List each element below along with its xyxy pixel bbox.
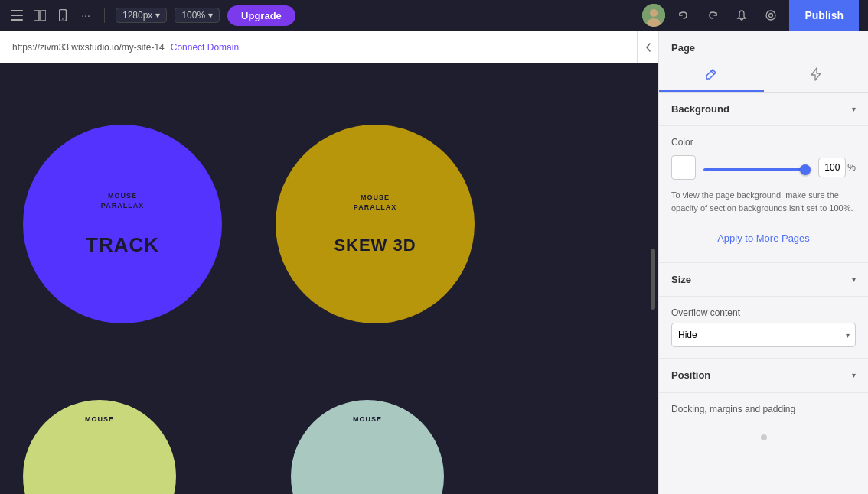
opacity-pct: %	[847, 162, 856, 173]
position-section: Position ▾	[659, 358, 868, 392]
svg-rect-1	[11, 15, 23, 16]
svg-rect-4	[41, 10, 46, 21]
background-header[interactable]: Background ▾	[659, 93, 868, 126]
panel-tabs	[659, 61, 868, 93]
divider-1	[104, 8, 105, 23]
avatar[interactable]	[642, 4, 665, 27]
background-chevron: ▾	[852, 105, 856, 113]
circle-blue-main-label: TRACK	[86, 233, 159, 257]
connect-domain-link[interactable]: Connect Domain	[171, 42, 239, 53]
size-title: Size	[671, 274, 691, 285]
overflow-select[interactable]: Hide	[671, 323, 856, 347]
upgrade-button[interactable]: Upgrade	[227, 5, 295, 26]
docking-dot	[761, 434, 767, 440]
lightning-icon	[810, 67, 822, 84]
scrollbar[interactable]	[651, 249, 655, 310]
circle-blue-small-label: MOUSE PARALLAX	[101, 191, 144, 210]
docking-visual	[671, 422, 856, 453]
circle-yellow: MOUSE PARALLAX SKEW 3D	[276, 125, 475, 323]
background-info: To view the page background, make sure t…	[671, 189, 856, 214]
circle-green-label: MOUSE	[85, 415, 114, 423]
collapse-panel-button[interactable]	[637, 31, 658, 63]
undo-button[interactable]	[673, 5, 694, 26]
size-chevron: ▾	[852, 275, 856, 284]
size-section: Size ▾ Overflow content Hide ▾	[659, 262, 868, 358]
docking-content: Docking, margins and padding	[659, 393, 868, 463]
opacity-value-wrap: 100 %	[818, 158, 856, 177]
docking-label: Docking, margins and padding	[671, 404, 856, 414]
mobile-icon[interactable]	[55, 8, 70, 23]
right-panel: Page B	[658, 31, 868, 494]
page-canvas: MOUSE PARALLAX TRACK MOUSE PARALLAX SKEW…	[0, 63, 658, 494]
resolution-arrow: ▾	[155, 10, 160, 21]
position-header[interactable]: Position ▾	[659, 359, 868, 392]
background-section: Background ▾ Color 100 % To view the pag…	[659, 93, 868, 262]
tab-lightning[interactable]	[764, 61, 869, 92]
preview-icon[interactable]	[760, 5, 782, 26]
docking-section: Docking, margins and padding	[659, 392, 868, 463]
overflow-label: Overflow content	[671, 307, 856, 318]
circle-green: MOUSE	[23, 400, 176, 494]
color-label: Color	[671, 137, 856, 148]
background-title: Background	[671, 103, 729, 115]
topbar: ··· 1280px ▾ 100% ▾ Upgrade	[0, 0, 868, 31]
more-dots: ···	[81, 9, 90, 21]
svg-point-11	[769, 14, 773, 18]
svg-rect-0	[11, 10, 23, 11]
circle-yellow-main-label: SKEW 3D	[334, 236, 416, 255]
publish-button[interactable]: Publish	[789, 0, 859, 31]
circle-teal-label: MOUSE	[353, 415, 382, 423]
svg-rect-3	[34, 10, 39, 21]
redo-button[interactable]	[702, 5, 723, 26]
overflow-select-wrap: Hide ▾	[671, 323, 856, 347]
panel-title: Page	[671, 42, 856, 54]
tab-design[interactable]	[659, 61, 764, 92]
background-content: Color 100 % To view the page background,…	[659, 126, 868, 262]
url-display: https://zivm33.wixstudio.io/my-site-14	[12, 42, 165, 53]
svg-point-10	[766, 11, 775, 20]
circle-blue: MOUSE PARALLAX TRACK	[23, 125, 222, 323]
resolution-selector[interactable]: 1280px ▾	[116, 8, 167, 23]
address-row: https://zivm33.wixstudio.io/my-site-14 C…	[0, 31, 658, 63]
panel-icon[interactable]	[32, 8, 47, 23]
svg-point-6	[62, 18, 64, 20]
position-chevron: ▾	[852, 371, 856, 379]
notifications-icon[interactable]	[731, 5, 752, 26]
apply-more-pages-button[interactable]: Apply to More Pages	[671, 225, 856, 252]
opacity-slider-wrap	[703, 161, 811, 174]
color-swatch[interactable]	[671, 155, 696, 180]
size-header[interactable]: Size ▾	[659, 263, 868, 297]
svg-point-8	[650, 9, 658, 17]
opacity-input[interactable]: 100	[818, 158, 846, 177]
design-icon	[704, 67, 718, 84]
circle-teal: MOUSE	[291, 400, 444, 494]
main-layout: https://zivm33.wixstudio.io/my-site-14 C…	[0, 31, 868, 494]
sidebar-toggle-icon[interactable]	[9, 8, 24, 23]
circle-yellow-small-label: MOUSE PARALLAX	[354, 193, 396, 212]
more-icon[interactable]: ···	[78, 8, 93, 23]
zoom-arrow: ▾	[208, 10, 213, 21]
resolution-value: 1280px	[122, 10, 152, 21]
address-bar: https://zivm33.wixstudio.io/my-site-14 C…	[0, 42, 637, 53]
zoom-selector[interactable]: 100% ▾	[175, 8, 220, 23]
zoom-value: 100%	[181, 10, 205, 21]
panel-header: Page	[659, 31, 868, 61]
canvas-container: https://zivm33.wixstudio.io/my-site-14 C…	[0, 31, 658, 494]
opacity-slider[interactable]	[703, 168, 811, 171]
svg-rect-2	[11, 19, 23, 21]
position-title: Position	[671, 369, 710, 381]
size-content: Overflow content Hide ▾	[659, 297, 868, 358]
color-row: 100 %	[671, 155, 856, 180]
